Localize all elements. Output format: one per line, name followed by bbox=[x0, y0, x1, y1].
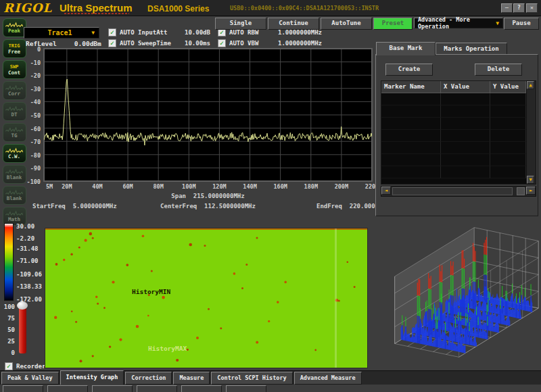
checkbox-check-icon: ✓ bbox=[218, 39, 226, 47]
minimize-button[interactable]: ─ bbox=[501, 3, 513, 13]
x-tick-label: 100M bbox=[182, 183, 195, 190]
sidebar-button-label: TG bbox=[11, 132, 17, 139]
checkbox-label: AUTO InputAtt bbox=[120, 29, 185, 36]
intensity-slider[interactable] bbox=[19, 306, 26, 353]
checkbox-label: AUTO RBW bbox=[229, 29, 278, 36]
checkbox-label: AUTO VBW bbox=[229, 40, 278, 47]
x-axis-ticks: 5M20M40M60M80M100M120M140M160M180M200M22… bbox=[44, 183, 372, 191]
table-cell bbox=[490, 130, 526, 142]
tab-measure[interactable]: Measure bbox=[173, 372, 210, 385]
scroll-up-icon[interactable]: ▲ bbox=[527, 81, 534, 89]
advanced-more-operation-menu[interactable]: Advanced - More Operation ▼ bbox=[414, 18, 503, 28]
column-header-x-value[interactable]: X Value bbox=[441, 81, 490, 93]
rigol-slogan-mark bbox=[64, 13, 129, 14]
colorbar-tick-label: -138.33 bbox=[16, 283, 42, 290]
horizontal-scrollbar[interactable]: ◄ ► bbox=[381, 186, 536, 197]
spectrum-plot[interactable] bbox=[44, 49, 372, 181]
y-tick-label: -60 bbox=[30, 126, 41, 132]
x-tick-label: 80M bbox=[153, 183, 163, 190]
scroll-down-icon[interactable]: ▼ bbox=[527, 176, 534, 184]
checkbox-value: 1.0000000MHz bbox=[278, 29, 322, 36]
bottom-button-4[interactable] bbox=[137, 385, 177, 392]
pause-button[interactable]: Pause bbox=[504, 18, 539, 30]
table-cell bbox=[441, 105, 490, 118]
colorbar-tick-label: -71.00 bbox=[16, 258, 39, 264]
slider-tick-label: 100 bbox=[1, 303, 15, 310]
bottom-button-5[interactable] bbox=[181, 385, 222, 392]
x-tick-label: 120M bbox=[212, 183, 226, 190]
checkbox-auto-sweeptime[interactable]: ✓AUTO SweepTime10.00ms bbox=[108, 38, 210, 49]
table-cell bbox=[441, 154, 490, 166]
table-cell bbox=[441, 142, 490, 154]
table-row bbox=[381, 105, 526, 118]
y-tick-label: -50 bbox=[30, 112, 41, 119]
scrollbar-box[interactable] bbox=[517, 187, 525, 195]
tab-advanced-measure[interactable]: Advanced Measure bbox=[294, 372, 362, 385]
title-bar: RIGOL Ultra Spectrum DSA1000 Series USB0… bbox=[0, 0, 541, 16]
table-row bbox=[381, 142, 526, 154]
table-cell bbox=[490, 166, 526, 178]
tab-peak-valley[interactable]: Peak & Valley bbox=[1, 372, 59, 385]
slider-handle[interactable] bbox=[17, 301, 28, 310]
sidebar-button-label: Corr bbox=[8, 91, 20, 97]
column-header-y-value[interactable]: Y Value bbox=[490, 81, 526, 93]
create-button[interactable]: Create bbox=[385, 64, 433, 76]
auto-checkbox-group-2: ✓AUTO RBW1.0000000MHz✓AUTO VBW1.0000000M… bbox=[218, 27, 322, 49]
checkbox-auto-vbw[interactable]: ✓AUTO VBW1.0000000MHz bbox=[218, 38, 322, 49]
sidebar-button-label: Blank bbox=[7, 195, 22, 201]
sidebar-button-peak[interactable]: Peak bbox=[3, 18, 26, 37]
trace-select-dropdown[interactable]: Trace1 ▼ bbox=[24, 27, 99, 39]
tab-intensity-graph[interactable]: Intensity Graph bbox=[60, 370, 124, 385]
delete-button[interactable]: Delete bbox=[475, 64, 522, 76]
x-tick-label: 200M bbox=[335, 183, 348, 190]
slider-tick-label: 75 bbox=[1, 315, 15, 322]
close-button[interactable]: ✕ bbox=[526, 3, 538, 13]
bottom-button-6[interactable] bbox=[226, 385, 266, 392]
tab-correction[interactable]: Correction bbox=[125, 372, 172, 385]
preset-button[interactable]: Preset bbox=[373, 18, 413, 30]
scroll-left-icon[interactable]: ◄ bbox=[381, 187, 391, 195]
advanced-menu-label: Advanced - More Operation bbox=[418, 16, 496, 30]
rigol-logo: RIGOL bbox=[3, 1, 52, 15]
table-cell bbox=[381, 93, 441, 105]
autotune-button[interactable]: AutoTune bbox=[321, 18, 372, 30]
help-button[interactable]: ? bbox=[513, 3, 525, 13]
bottom-button-row bbox=[3, 385, 266, 392]
bottom-button-3[interactable] bbox=[92, 385, 133, 392]
continue-button[interactable]: Continue bbox=[268, 18, 319, 30]
ultra-spectrum-window: RIGOL Ultra Spectrum DSA1000 Series USB0… bbox=[0, 0, 541, 392]
checkbox-auto-inputatt[interactable]: ✓AUTO InputAtt10.00dB bbox=[108, 27, 210, 38]
scroll-right-icon[interactable]: ► bbox=[526, 187, 536, 195]
checkbox-check-icon: ✓ bbox=[108, 39, 116, 47]
column-header-marker-name[interactable]: Marker Name bbox=[381, 81, 441, 93]
sidebar-button-topline: TRIG bbox=[9, 43, 20, 49]
y-tick-label: -100 bbox=[27, 178, 41, 185]
waveform-icon bbox=[5, 126, 23, 132]
slider-tick-label: 0 bbox=[1, 349, 15, 356]
bottom-button-2[interactable] bbox=[47, 385, 88, 392]
table-cell bbox=[441, 118, 490, 130]
chevron-down-icon: ▼ bbox=[496, 20, 499, 26]
app-title: Ultra Spectrum bbox=[60, 2, 133, 14]
scrollbar-thumb[interactable] bbox=[392, 187, 513, 195]
waterfall-3d-plot[interactable] bbox=[373, 220, 540, 370]
recorder-checkbox[interactable]: ✓ Recorder bbox=[5, 362, 45, 370]
table-cell bbox=[381, 105, 441, 118]
single-button[interactable]: Single bbox=[215, 18, 266, 30]
sidebar-button-topline: SWP bbox=[10, 64, 19, 70]
tab-base-mark[interactable]: Base Mark bbox=[376, 42, 436, 55]
intensity-graph[interactable]: HistoryMIN HistoryMAX bbox=[45, 228, 368, 368]
slider-tick-label: 50 bbox=[1, 326, 15, 333]
table-cell bbox=[381, 130, 441, 142]
tab-control-scpi-history[interactable]: Control SCPI History bbox=[211, 372, 292, 385]
bottom-button-1[interactable] bbox=[3, 385, 43, 392]
y-tick-label: 0 bbox=[37, 46, 41, 53]
table-cell bbox=[490, 105, 526, 118]
vertical-scrollbar[interactable]: ▲ ▼ bbox=[526, 80, 536, 185]
marker-table-body bbox=[381, 93, 526, 178]
sidebar-button-blank-2[interactable]: Blank bbox=[3, 186, 26, 205]
chevron-down-icon: ▼ bbox=[91, 30, 95, 36]
marker-table: Marker NameX ValueY Value bbox=[381, 80, 527, 185]
colorbar-tick-label: 30.00 bbox=[16, 223, 34, 230]
checkbox-check-icon: ✓ bbox=[5, 362, 13, 370]
